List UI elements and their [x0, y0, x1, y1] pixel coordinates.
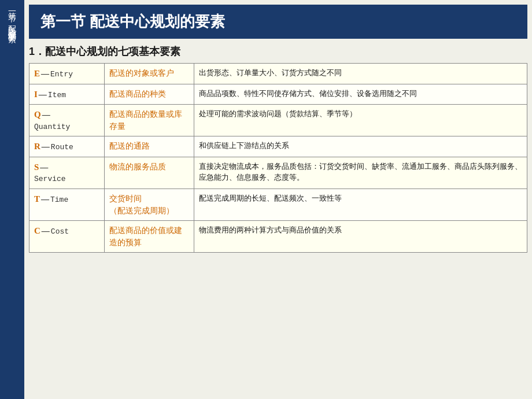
table-row: R— Route配送的通路和供应链上下游结点的关系 [29, 136, 527, 157]
table-row: S—Service物流的服务品质直接决定物流成本，服务品质包括：订货交货时间、缺… [29, 157, 527, 189]
page-title: 第一节 配送中心规划的要素 [40, 12, 516, 32]
key-cell: C— Cost [29, 220, 105, 252]
table-row: C— Cost配送商品的价值或建造的预算物流费用的两种计算方式与商品价值的关系 [29, 220, 527, 252]
key-cell: R— Route [29, 136, 105, 157]
key-word: Route [51, 142, 73, 153]
cn-cell: 配送的对象或客户 [105, 64, 194, 84]
cn-cell: 交货时间（配送完成周期） [105, 189, 194, 220]
desc-cell: 直接决定物流成本，服务品质包括：订货交货时间、缺货率、流通加工服务、商品店头陈列… [194, 157, 527, 189]
desc-cell: 商品品项数、特性不同使存储方式、储位安排、设备选用随之不同 [194, 84, 527, 105]
desc-cell: 配送完成周期的长短、配送频次、一致性等 [194, 189, 527, 220]
key-cell: S—Service [29, 157, 105, 189]
key-dash: — [41, 193, 49, 205]
content-area: 1．配送中心规划的七项基本要素 E— Entry配送的对象或客户出货形态、订单量… [24, 39, 532, 399]
key-dash: — [42, 225, 50, 237]
main-content: 第一节 配送中心规划的要素 1．配送中心规划的七项基本要素 E— Entry配送… [24, 0, 532, 399]
desc-cell: 物流费用的两种计算方式与商品价值的关系 [194, 220, 527, 252]
key-cell: I— Item [29, 84, 105, 105]
key-letter: R [34, 140, 40, 153]
cn-cell: 配送商品的价值或建造的预算 [105, 220, 194, 252]
title-bar: 第一节 配送中心规划的要素 [29, 5, 527, 39]
key-word: Quantity [34, 121, 99, 133]
key-dash: — [39, 88, 47, 101]
key-letter: E [34, 67, 40, 80]
key-dash: — [40, 161, 48, 173]
cn-cell: 配送商品的种类 [105, 84, 194, 105]
key-word: Time [50, 194, 68, 206]
cn-cell: 配送的通路 [105, 136, 194, 157]
key-word: Entry [50, 69, 73, 80]
key-cell: T— Time [29, 189, 105, 220]
key-letter: I [34, 88, 38, 101]
key-cell: E— Entry [29, 64, 105, 84]
cn-cell: 物流的服务品质 [105, 157, 194, 189]
table-row: T— Time交货时间（配送完成周期）配送完成周期的长短、配送频次、一致性等 [29, 189, 527, 220]
key-letter: S [34, 161, 39, 174]
key-letter: T [34, 193, 40, 206]
key-cell: Q—Quantity [29, 105, 105, 136]
table-row: I— Item配送商品的种类商品品项数、特性不同使存储方式、储位安排、设备选用随… [29, 84, 527, 105]
sidebar: 第一节 配送中心规划的要素 [0, 0, 24, 399]
key-word: Cost [51, 226, 69, 238]
key-word: Service [34, 173, 99, 185]
key-dash: — [42, 109, 50, 121]
key-dash: — [41, 68, 49, 80]
key-word: Item [48, 90, 66, 101]
key-dash: — [42, 141, 50, 153]
desc-cell: 出货形态、订单量大小、订货方式随之不同 [194, 64, 527, 84]
table-row: E— Entry配送的对象或客户出货形态、订单量大小、订货方式随之不同 [29, 64, 527, 84]
section-subtitle: 1．配送中心规划的七项基本要素 [29, 45, 527, 58]
desc-cell: 和供应链上下游结点的关系 [194, 136, 527, 157]
sidebar-text: 第一节 配送中心规划的要素 [6, 6, 18, 29]
desc-cell: 处理可能的需求波动问题（货款结算、季节等） [194, 105, 527, 136]
elements-table: E— Entry配送的对象或客户出货形态、订单量大小、订货方式随之不同I— It… [29, 63, 527, 253]
key-letter: C [34, 224, 40, 238]
cn-cell: 配送商品的数量或库存量 [105, 105, 194, 136]
key-letter: Q [34, 108, 41, 121]
table-row: Q—Quantity配送商品的数量或库存量处理可能的需求波动问题（货款结算、季节… [29, 105, 527, 136]
